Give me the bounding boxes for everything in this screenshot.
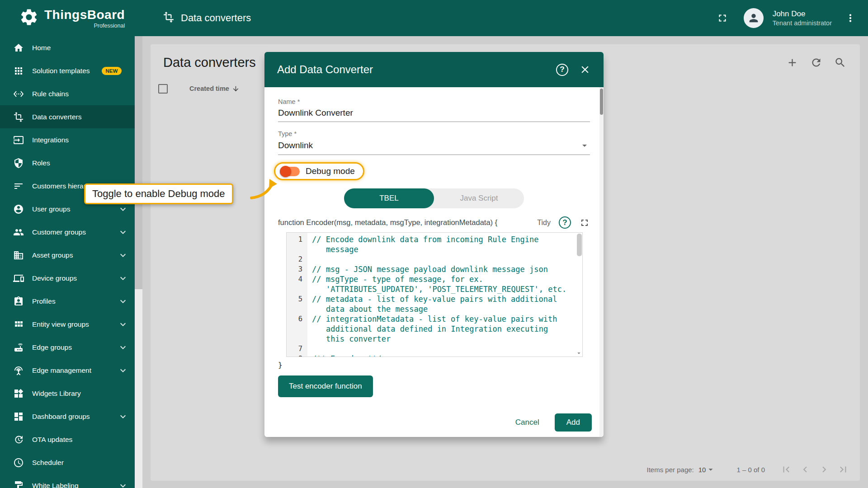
ota-updates-icon: [13, 434, 24, 445]
sidebar-item-label: Asset groups: [32, 251, 73, 259]
sidebar-item-label: Dashboard groups: [32, 413, 90, 421]
chevron-down-icon: [118, 342, 128, 353]
asset-groups-icon: [13, 250, 24, 261]
home-icon: [13, 42, 24, 53]
code-editor[interactable]: 1// Encode downlink data from incoming R…: [286, 232, 583, 357]
sidebar-item-rule-chains[interactable]: Rule chains: [0, 82, 135, 105]
avatar[interactable]: [744, 8, 764, 28]
dialog-scrollbar-thumb[interactable]: [600, 89, 603, 115]
line-number: 1: [287, 235, 307, 254]
cancel-button[interactable]: Cancel: [515, 418, 539, 427]
sidebar-item-ota-updates[interactable]: OTA updates: [0, 428, 135, 451]
sidebar-item-label: Data converters: [32, 113, 81, 121]
editor-help-icon[interactable]: [559, 216, 571, 229]
code-line-text: // Encode downlink data from incoming Ru…: [312, 235, 568, 254]
add-data-converter-dialog: Add Data Converter Name * Downlink Conve…: [264, 52, 604, 437]
close-icon[interactable]: [579, 64, 591, 75]
solution-templates-icon: [13, 66, 24, 76]
page-head: Data converters: [163, 11, 251, 25]
thingsboard-logo[interactable]: ThingsBoard Professional: [0, 7, 135, 29]
tab-java-script[interactable]: Java Script: [434, 188, 524, 208]
sidebar-item-label: Entity view groups: [32, 320, 89, 328]
editor-scrollbar[interactable]: [577, 234, 582, 348]
chevron-down-icon: [118, 273, 128, 284]
sidebar-item-device-groups[interactable]: Device groups: [0, 267, 135, 290]
type-select[interactable]: Downlink: [278, 137, 590, 155]
more-menu-icon[interactable]: [844, 12, 856, 24]
sidebar-scrollbar-thumb[interactable]: [135, 36, 142, 289]
sidebar-item-data-converters[interactable]: Data converters: [0, 105, 135, 128]
sidebar-item-label: Integrations: [32, 136, 69, 144]
user-groups-icon: [13, 204, 24, 215]
roles-icon: [13, 158, 24, 169]
data-converters-icon: [163, 11, 175, 25]
sidebar-item-customer-groups[interactable]: Customer groups: [0, 221, 135, 244]
new-badge: NEW: [102, 67, 122, 75]
topbar: ThingsBoard Professional Data converters…: [0, 0, 868, 36]
sidebar-scrollbar[interactable]: [135, 36, 142, 488]
sidebar-item-solution-templates[interactable]: Solution templatesNEW: [0, 59, 135, 82]
sidebar-item-home[interactable]: Home: [0, 36, 135, 59]
sidebar-item-integrations[interactable]: Integrations: [0, 128, 135, 151]
sidebar-item-dashboard-groups[interactable]: Dashboard groups: [0, 405, 135, 428]
dialog-scrollbar[interactable]: [599, 87, 604, 437]
sidebar-item-profiles[interactable]: Profiles: [0, 290, 135, 313]
sidebar-item-edge-groups[interactable]: Edge groups: [0, 336, 135, 359]
brand-subtitle: Professional: [94, 23, 125, 29]
name-input[interactable]: Downlink Converter: [278, 105, 590, 122]
sidebar-item-label: Scheduler: [32, 459, 64, 467]
sidebar-item-label: User groups: [32, 205, 70, 213]
chevron-down-icon: [118, 227, 128, 238]
line-number: 2: [287, 254, 307, 264]
sidebar-item-entity-view-groups[interactable]: Entity view groups: [0, 313, 135, 336]
app: ThingsBoard Professional Data converters…: [0, 0, 868, 488]
code-line-text: /** Encoder **/: [312, 354, 568, 357]
tab-tbel[interactable]: TBEL: [344, 188, 434, 208]
chevron-down-icon: [118, 411, 128, 422]
caret-down-icon: [579, 140, 590, 151]
chevron-down-icon: [118, 250, 128, 261]
sidebar-item-white-labeling[interactable]: White Labeling: [0, 474, 135, 488]
test-encoder-button[interactable]: Test encoder function: [278, 375, 373, 397]
callout-arrow-icon: [249, 174, 280, 202]
code-line-text: // msg - JSON message payload downlink m…: [312, 264, 568, 274]
dialog-title: Add Data Converter: [277, 63, 545, 76]
sidebar-item-roles[interactable]: Roles: [0, 151, 135, 174]
chevron-down-icon: [118, 480, 128, 488]
type-label: Type *: [278, 130, 590, 137]
code-line: 5// metadata - list of key-value pairs w…: [287, 294, 582, 314]
dashboard-groups-icon: [13, 411, 24, 422]
debug-mode-toggle[interactable]: [280, 167, 300, 176]
person-icon: [747, 12, 760, 24]
fullscreen-icon[interactable]: [717, 12, 728, 24]
code-line: 6// integrationMetadata - list of key-va…: [287, 314, 582, 344]
sidebar-item-label: Customer groups: [32, 228, 86, 236]
code-lines: 1// Encode downlink data from incoming R…: [287, 235, 582, 357]
sidebar-item-widgets-library[interactable]: Widgets Library: [0, 382, 135, 405]
sidebar-item-edge-management[interactable]: Edge management: [0, 359, 135, 382]
editor-scroll-down-icon[interactable]: [576, 350, 582, 357]
code-line: 2: [287, 254, 582, 264]
code-line-text: // metadata - list of key-value pairs wi…: [312, 294, 568, 314]
add-button[interactable]: Add: [555, 413, 592, 432]
code-line: 1// Encode downlink data from incoming R…: [287, 235, 582, 254]
scheduler-icon: [13, 457, 24, 468]
sidebar-item-scheduler[interactable]: Scheduler: [0, 451, 135, 474]
name-label: Name *: [278, 98, 590, 105]
rule-chains-icon: [13, 89, 24, 99]
editor-fullscreen-icon[interactable]: [579, 217, 590, 228]
line-number: 4: [287, 274, 307, 294]
chevron-down-icon: [118, 204, 128, 215]
data-converters-icon: [13, 112, 24, 122]
tidy-button[interactable]: Tidy: [537, 219, 551, 227]
debug-mode-label: Debug mode: [306, 166, 355, 176]
editor-scrollbar-thumb[interactable]: [577, 234, 582, 256]
edge-management-icon: [13, 365, 24, 376]
type-field: Type * Downlink: [278, 130, 590, 155]
integrations-icon: [13, 135, 24, 145]
edge-groups-icon: [13, 342, 24, 353]
sidebar-item-asset-groups[interactable]: Asset groups: [0, 244, 135, 267]
help-icon[interactable]: [556, 64, 568, 76]
brand-title: ThingsBoard: [44, 8, 125, 22]
code-line: 7: [287, 344, 582, 354]
